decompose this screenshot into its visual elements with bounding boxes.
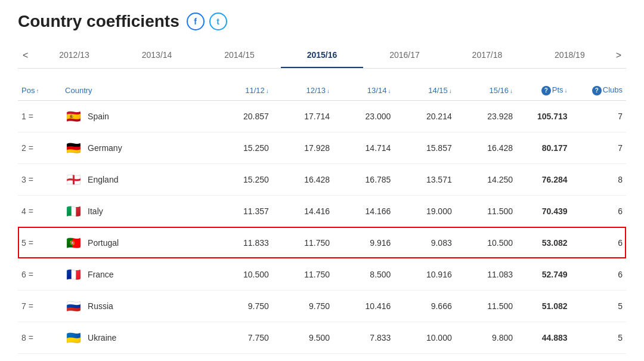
table-row: 8 =🇺🇦Ukraine7.7509.5007.83310.0009.80044… — [18, 322, 626, 353]
season-tab-2017-18[interactable]: 2017/18 — [446, 43, 528, 68]
country-name: England — [88, 175, 118, 184]
year-val: 9.600 — [394, 353, 455, 361]
sort-arrow: ↓ — [266, 88, 269, 94]
year-val: 20.214 — [394, 100, 455, 132]
col-header-y1112[interactable]: 11/12↓ — [211, 81, 272, 100]
year-val: 10.000 — [394, 322, 455, 353]
country-cell: 🇧🇪Belgium — [61, 353, 211, 361]
info-icon: ? — [592, 86, 602, 95]
pos-cell: 2 = — [18, 132, 61, 163]
sort-arrow: ↓ — [327, 88, 330, 94]
country-cell: 🇫🇷France — [61, 258, 211, 290]
pts-cell: 51.082 — [516, 290, 571, 322]
year-val: 9.916 — [333, 227, 394, 258]
year-val: 11.750 — [273, 258, 333, 290]
table-row: 2 =🇩🇪Germany15.25017.92814.71415.85716.4… — [18, 132, 626, 163]
country-name: Ukraine — [88, 333, 116, 343]
year-val: 15.250 — [211, 163, 272, 195]
country-cell: 🇩🇪Germany — [61, 132, 211, 163]
country-name: Portugal — [88, 238, 119, 248]
season-tab-2018-19[interactable]: 2018/19 — [528, 43, 611, 68]
col-header-y1213[interactable]: 12/13↓ — [273, 81, 333, 100]
pos-cell: 4 = — [18, 195, 61, 227]
prev-arrow[interactable]: < — [18, 44, 33, 67]
sort-arrow: ↑ — [36, 88, 39, 94]
year-val: 16.428 — [273, 163, 333, 195]
col-header-country[interactable]: Country — [61, 81, 211, 100]
pos-cell: 9 = — [18, 353, 61, 361]
season-tab-2014-15[interactable]: 2014/15 — [198, 43, 280, 68]
flag-icon: 🇩🇪 — [65, 140, 82, 156]
year-val: 14.166 — [333, 195, 394, 227]
table-row: 4 =🇮🇹Italy11.35714.41614.16619.00011.500… — [18, 195, 626, 227]
year-val: 10.916 — [394, 258, 455, 290]
pts-cell: 44.883 — [516, 322, 571, 353]
year-val: 9.750 — [273, 290, 333, 322]
pos-cell: 8 = — [18, 322, 61, 353]
year-val: 23.000 — [333, 100, 394, 132]
country-cell: 🇷🇺Russia — [61, 290, 211, 322]
year-val: 8.500 — [333, 258, 394, 290]
coefficients-table: Pos↑Country11/12↓12/13↓13/14↓14/15↓15/16… — [18, 81, 626, 361]
facebook-icon[interactable]: f — [187, 13, 205, 30]
info-icon: ? — [541, 86, 551, 95]
clubs-cell: 7 — [571, 100, 626, 132]
col-header-pts[interactable]: ?Pts↓ — [516, 81, 571, 100]
year-val: 9.500 — [273, 322, 333, 353]
col-header-pos[interactable]: Pos↑ — [18, 81, 61, 100]
country-name: Italy — [88, 206, 103, 216]
year-val: 9.083 — [394, 227, 455, 258]
year-val: 10.500 — [456, 227, 516, 258]
pts-cell: 105.713 — [516, 100, 571, 132]
page-header: Country coefficients f t — [18, 12, 626, 31]
next-arrow[interactable]: > — [611, 44, 626, 67]
col-header-clubs[interactable]: ?Clubs — [571, 81, 626, 100]
twitter-icon[interactable]: t — [209, 13, 227, 30]
table-row: 1 =🇪🇸Spain20.85717.71423.00020.21423.928… — [18, 100, 626, 132]
season-tab-2016-17[interactable]: 2016/17 — [363, 43, 445, 68]
col-header-y1516[interactable]: 15/16↓ — [456, 81, 516, 100]
pos-cell: 6 = — [18, 258, 61, 290]
col-header-y1415[interactable]: 14/15↓ — [394, 81, 455, 100]
clubs-cell: 6 — [571, 195, 626, 227]
clubs-cell: 5 — [571, 322, 626, 353]
season-tab-2015-16[interactable]: 2015/16 — [281, 43, 363, 68]
year-val: 17.928 — [273, 132, 333, 163]
year-val: 17.714 — [273, 100, 333, 132]
col-header-y1314[interactable]: 13/14↓ — [333, 81, 394, 100]
flag-icon: 🇺🇦 — [65, 329, 82, 346]
pos-cell: 1 = — [18, 100, 61, 132]
year-val: 23.928 — [456, 100, 516, 132]
clubs-cell: 6 — [571, 258, 626, 290]
year-val: 11.750 — [273, 227, 333, 258]
year-val: 6.500 — [273, 353, 333, 361]
clubs-cell: 5 — [571, 290, 626, 322]
country-name: France — [88, 270, 114, 279]
page-title: Country coefficients — [18, 12, 179, 31]
pos-cell: 3 = — [18, 163, 61, 195]
sort-arrow: ↓ — [449, 88, 452, 94]
year-val: 10.100 — [211, 353, 272, 361]
year-val: 10.416 — [333, 290, 394, 322]
table-row: 9 =🇧🇪Belgium10.1006.5006.4009.6007.40040… — [18, 353, 626, 361]
country-cell: 🇮🇹Italy — [61, 195, 211, 227]
year-val: 11.357 — [211, 195, 272, 227]
season-tab-2013-14[interactable]: 2013/14 — [116, 43, 198, 68]
year-val: 14.714 — [333, 132, 394, 163]
year-val: 9.750 — [211, 290, 272, 322]
pts-cell: 70.439 — [516, 195, 571, 227]
year-val: 20.857 — [211, 100, 272, 132]
year-val: 9.666 — [394, 290, 455, 322]
flag-icon: 🏴󠁧󠁢󠁥󠁮󠁧󠁿 — [65, 171, 82, 188]
country-cell: 🇵🇹Portugal — [61, 227, 211, 258]
year-val: 11.833 — [211, 227, 272, 258]
season-nav: < 2012/132013/142014/152015/162016/17201… — [18, 43, 626, 69]
year-val: 13.571 — [394, 163, 455, 195]
year-val: 7.400 — [456, 353, 516, 361]
table-row: 5 =🇵🇹Portugal11.83311.7509.9169.08310.50… — [18, 227, 626, 258]
country-cell: 🏴󠁧󠁢󠁥󠁮󠁧󠁿England — [61, 163, 211, 195]
season-tab-2012-13[interactable]: 2012/13 — [33, 43, 115, 68]
country-cell: 🇪🇸Spain — [61, 100, 211, 132]
pts-cell: 53.082 — [516, 227, 571, 258]
clubs-cell: 8 — [571, 163, 626, 195]
